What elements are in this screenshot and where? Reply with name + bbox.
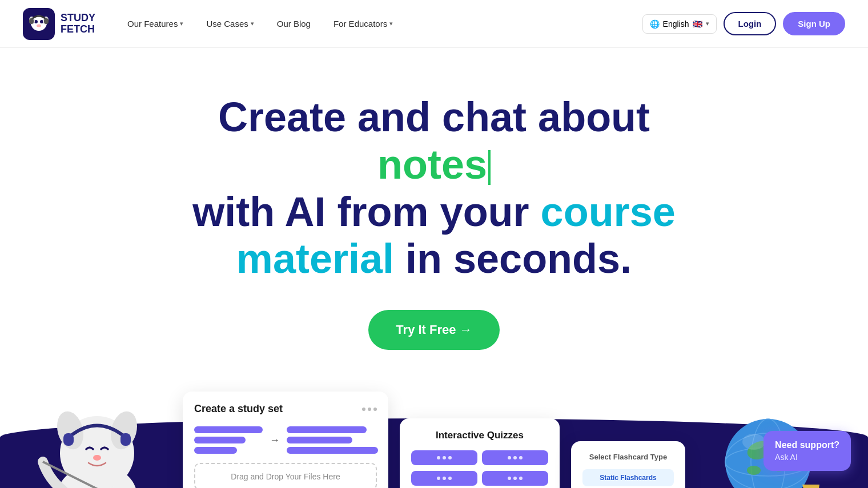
nav-features[interactable]: Our Features ▾ bbox=[118, 14, 192, 33]
logo-line1: STUDY bbox=[61, 13, 95, 24]
svg-point-13 bbox=[93, 455, 101, 461]
arrow-right-icon: → bbox=[270, 434, 280, 446]
nav-use-cases[interactable]: Use Cases ▾ bbox=[197, 14, 263, 33]
logo-icon bbox=[23, 8, 55, 40]
study-set-card: Create a study set → bbox=[183, 392, 388, 488]
chevron-down-icon: ▾ bbox=[706, 20, 709, 27]
svg-rect-15 bbox=[120, 433, 131, 446]
flashcard-card: Select Flashcard Type Static Flashcards … bbox=[571, 441, 685, 488]
support-widget[interactable]: Need support? Ask AI bbox=[763, 431, 851, 471]
language-selector[interactable]: 🌐 English 🇬🇧 ▾ bbox=[642, 14, 717, 34]
quiz-options bbox=[411, 450, 548, 486]
svg-marker-28 bbox=[802, 485, 819, 488]
login-button[interactable]: Login bbox=[724, 12, 777, 35]
dog-character bbox=[31, 365, 163, 488]
signup-button[interactable]: Sign Up bbox=[783, 12, 845, 35]
drag-drop-area[interactable]: Drag and Drop Your Files Here bbox=[194, 463, 377, 488]
study-card-title: Create a study set bbox=[194, 403, 283, 415]
svg-point-27 bbox=[742, 434, 765, 450]
quiz-row-2 bbox=[411, 471, 548, 486]
hero-section: Create and chat about notes with AI from… bbox=[0, 48, 868, 488]
hero-title-part3: in seconds. bbox=[394, 236, 632, 281]
svg-point-4 bbox=[37, 24, 41, 27]
hero-illustration: Create a study set → bbox=[0, 390, 868, 488]
progress-bars: → bbox=[194, 426, 377, 454]
chevron-down-icon: ▾ bbox=[389, 20, 393, 27]
globe-icon: 🌐 bbox=[650, 19, 660, 29]
support-ask-text: Ask AI bbox=[775, 453, 839, 462]
quiz-option-3[interactable] bbox=[411, 471, 477, 486]
card-menu-dots bbox=[362, 408, 377, 411]
nav-links: Our Features ▾ Use Cases ▾ Our Blog For … bbox=[118, 14, 642, 33]
nav-blog[interactable]: Our Blog bbox=[268, 14, 320, 33]
nav-right: 🌐 English 🇬🇧 ▾ Login Sign Up bbox=[642, 12, 845, 35]
support-need-text: Need support? bbox=[775, 440, 839, 450]
illustration-cards: Create a study set → bbox=[183, 392, 685, 488]
svg-rect-14 bbox=[63, 433, 74, 446]
svg-rect-8 bbox=[44, 18, 49, 24]
chevron-down-icon: ▾ bbox=[251, 20, 254, 27]
hero-title-part1: Create and chat about bbox=[218, 94, 650, 140]
chevron-down-icon: ▾ bbox=[180, 20, 183, 27]
quiz-card: Interactive Quizzes bbox=[400, 418, 560, 488]
quiz-row-1 bbox=[411, 450, 548, 465]
svg-rect-7 bbox=[29, 18, 34, 24]
svg-point-26 bbox=[747, 466, 761, 475]
try-it-free-button[interactable]: Try It Free → bbox=[368, 310, 499, 350]
nav-for-educators[interactable]: For Educators ▾ bbox=[324, 14, 402, 33]
quiz-option-2[interactable] bbox=[482, 450, 548, 465]
logo[interactable]: STUDY FETCH bbox=[23, 8, 95, 40]
hero-title-part2: with AI from your bbox=[192, 189, 540, 235]
quiz-card-title: Interactive Quizzes bbox=[411, 430, 548, 441]
quiz-option-1[interactable] bbox=[411, 450, 477, 465]
logo-line2: FETCH bbox=[61, 24, 95, 35]
quiz-option-4[interactable] bbox=[482, 471, 548, 486]
progress-row-1: → bbox=[194, 426, 377, 454]
hero-highlight-notes: notes bbox=[377, 142, 487, 187]
flashcard-option-static[interactable]: Static Flashcards bbox=[582, 469, 674, 486]
navbar: STUDY FETCH Our Features ▾ Use Cases ▾ O… bbox=[0, 0, 868, 48]
hero-title: Create and chat about notes with AI from… bbox=[160, 94, 708, 283]
flashcard-card-title: Select Flashcard Type bbox=[582, 453, 674, 461]
card-header: Create a study set bbox=[194, 403, 377, 415]
cursor-blink bbox=[488, 150, 491, 185]
